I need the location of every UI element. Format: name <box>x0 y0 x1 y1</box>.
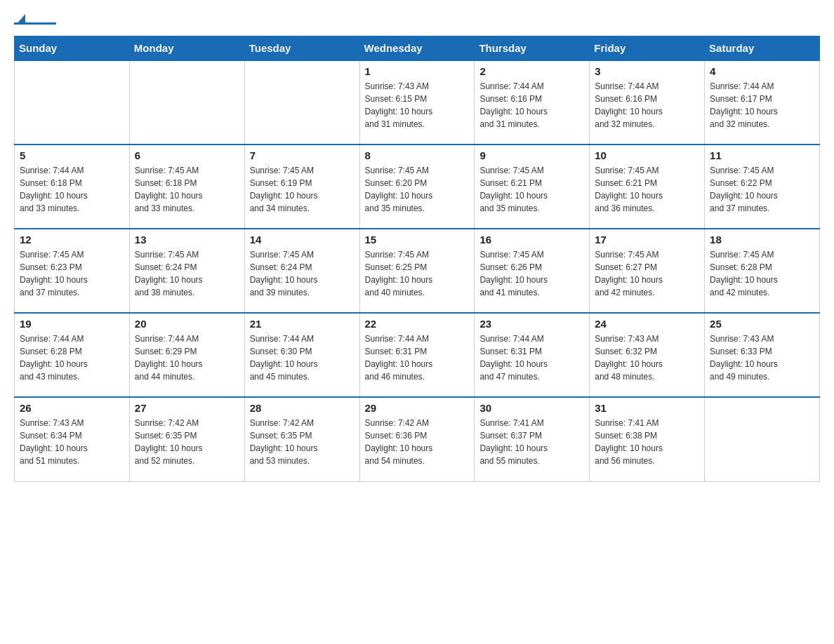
calendar-cell <box>15 60 130 145</box>
day-number: 11 <box>710 149 814 161</box>
day-of-week-header: Friday <box>590 36 705 61</box>
calendar-cell <box>244 60 359 145</box>
day-info: Sunrise: 7:44 AM Sunset: 6:17 PM Dayligh… <box>710 80 814 130</box>
days-of-week-row: SundayMondayTuesdayWednesdayThursdayFrid… <box>15 36 820 61</box>
calendar-cell: 2Sunrise: 7:44 AM Sunset: 6:16 PM Daylig… <box>475 60 590 145</box>
day-info: Sunrise: 7:44 AM Sunset: 6:31 PM Dayligh… <box>479 333 584 383</box>
calendar-cell: 6Sunrise: 7:45 AM Sunset: 6:18 PM Daylig… <box>129 145 244 229</box>
calendar-cell: 20Sunrise: 7:44 AM Sunset: 6:29 PM Dayli… <box>129 313 244 397</box>
calendar-cell: 9Sunrise: 7:45 AM Sunset: 6:21 PM Daylig… <box>475 145 590 229</box>
day-number: 23 <box>479 318 584 330</box>
day-info: Sunrise: 7:43 AM Sunset: 6:33 PM Dayligh… <box>710 333 814 383</box>
day-number: 8 <box>365 149 470 161</box>
calendar-cell: 15Sunrise: 7:45 AM Sunset: 6:25 PM Dayli… <box>359 229 475 313</box>
day-number: 16 <box>479 234 584 246</box>
day-number: 28 <box>250 402 355 414</box>
day-info: Sunrise: 7:43 AM Sunset: 6:34 PM Dayligh… <box>20 417 124 467</box>
calendar-cell: 4Sunrise: 7:44 AM Sunset: 6:17 PM Daylig… <box>705 60 820 145</box>
day-info: Sunrise: 7:44 AM Sunset: 6:31 PM Dayligh… <box>365 333 470 383</box>
day-number: 30 <box>479 402 584 414</box>
calendar-cell: 27Sunrise: 7:42 AM Sunset: 6:35 PM Dayli… <box>129 397 244 481</box>
calendar-cell: 31Sunrise: 7:41 AM Sunset: 6:38 PM Dayli… <box>590 397 705 481</box>
day-number: 15 <box>365 234 470 246</box>
calendar-cell: 5Sunrise: 7:44 AM Sunset: 6:18 PM Daylig… <box>15 145 130 229</box>
day-number: 18 <box>710 234 814 246</box>
day-info: Sunrise: 7:44 AM Sunset: 6:16 PM Dayligh… <box>479 80 584 130</box>
calendar-cell: 23Sunrise: 7:44 AM Sunset: 6:31 PM Dayli… <box>475 313 590 397</box>
day-of-week-header: Thursday <box>475 36 590 61</box>
day-number: 29 <box>365 402 470 414</box>
calendar-cell: 26Sunrise: 7:43 AM Sunset: 6:34 PM Dayli… <box>15 397 130 481</box>
calendar-cell: 30Sunrise: 7:41 AM Sunset: 6:37 PM Dayli… <box>475 397 590 481</box>
calendar-cell: 18Sunrise: 7:45 AM Sunset: 6:28 PM Dayli… <box>705 229 820 313</box>
day-number: 20 <box>135 318 239 330</box>
day-of-week-header: Wednesday <box>359 36 475 61</box>
calendar-cell: 1Sunrise: 7:43 AM Sunset: 6:15 PM Daylig… <box>359 60 475 145</box>
calendar-cell: 29Sunrise: 7:42 AM Sunset: 6:36 PM Dayli… <box>359 397 475 481</box>
calendar-week-row: 12Sunrise: 7:45 AM Sunset: 6:23 PM Dayli… <box>15 229 820 313</box>
day-info: Sunrise: 7:45 AM Sunset: 6:24 PM Dayligh… <box>250 248 355 299</box>
day-info: Sunrise: 7:45 AM Sunset: 6:24 PM Dayligh… <box>135 248 239 299</box>
day-info: Sunrise: 7:45 AM Sunset: 6:21 PM Dayligh… <box>479 164 584 215</box>
day-info: Sunrise: 7:42 AM Sunset: 6:36 PM Dayligh… <box>365 417 470 467</box>
day-number: 31 <box>595 402 699 414</box>
day-number: 17 <box>595 234 699 246</box>
calendar-cell: 21Sunrise: 7:44 AM Sunset: 6:30 PM Dayli… <box>244 313 359 397</box>
day-info: Sunrise: 7:41 AM Sunset: 6:38 PM Dayligh… <box>595 417 699 467</box>
day-number: 1 <box>365 65 470 77</box>
day-of-week-header: Tuesday <box>244 36 359 61</box>
calendar-week-row: 26Sunrise: 7:43 AM Sunset: 6:34 PM Dayli… <box>15 397 820 481</box>
day-info: Sunrise: 7:45 AM Sunset: 6:23 PM Dayligh… <box>20 248 124 299</box>
calendar-cell: 25Sunrise: 7:43 AM Sunset: 6:33 PM Dayli… <box>705 313 820 397</box>
calendar-cell: 11Sunrise: 7:45 AM Sunset: 6:22 PM Dayli… <box>705 145 820 229</box>
day-number: 2 <box>479 65 584 77</box>
logo <box>14 14 59 25</box>
calendar-cell: 28Sunrise: 7:42 AM Sunset: 6:35 PM Dayli… <box>244 397 359 481</box>
calendar-cell <box>129 60 244 145</box>
day-number: 12 <box>20 234 124 246</box>
day-info: Sunrise: 7:45 AM Sunset: 6:18 PM Dayligh… <box>135 164 239 215</box>
calendar-table: SundayMondayTuesdayWednesdayThursdayFrid… <box>14 36 820 482</box>
day-of-week-header: Sunday <box>15 36 130 61</box>
calendar-cell: 3Sunrise: 7:44 AM Sunset: 6:16 PM Daylig… <box>590 60 705 145</box>
page-header <box>14 14 820 25</box>
day-number: 3 <box>595 65 699 77</box>
calendar-cell: 10Sunrise: 7:45 AM Sunset: 6:21 PM Dayli… <box>590 145 705 229</box>
day-number: 9 <box>479 149 584 161</box>
calendar-cell: 16Sunrise: 7:45 AM Sunset: 6:26 PM Dayli… <box>475 229 590 313</box>
day-info: Sunrise: 7:43 AM Sunset: 6:15 PM Dayligh… <box>365 80 470 130</box>
day-info: Sunrise: 7:45 AM Sunset: 6:27 PM Dayligh… <box>595 248 699 299</box>
day-of-week-header: Saturday <box>705 36 820 61</box>
day-of-week-header: Monday <box>129 36 244 61</box>
day-info: Sunrise: 7:44 AM Sunset: 6:18 PM Dayligh… <box>20 164 124 215</box>
day-info: Sunrise: 7:41 AM Sunset: 6:37 PM Dayligh… <box>479 417 584 467</box>
calendar-cell: 24Sunrise: 7:43 AM Sunset: 6:32 PM Dayli… <box>590 313 705 397</box>
day-info: Sunrise: 7:45 AM Sunset: 6:28 PM Dayligh… <box>710 248 814 299</box>
day-number: 25 <box>710 318 814 330</box>
day-info: Sunrise: 7:42 AM Sunset: 6:35 PM Dayligh… <box>250 417 355 467</box>
day-number: 27 <box>135 402 239 414</box>
day-info: Sunrise: 7:45 AM Sunset: 6:19 PM Dayligh… <box>250 164 355 215</box>
day-info: Sunrise: 7:45 AM Sunset: 6:21 PM Dayligh… <box>595 164 699 215</box>
calendar-week-row: 5Sunrise: 7:44 AM Sunset: 6:18 PM Daylig… <box>15 145 820 229</box>
day-info: Sunrise: 7:44 AM Sunset: 6:29 PM Dayligh… <box>135 333 239 383</box>
calendar-cell: 13Sunrise: 7:45 AM Sunset: 6:24 PM Dayli… <box>129 229 244 313</box>
day-number: 24 <box>595 318 699 330</box>
calendar-cell: 19Sunrise: 7:44 AM Sunset: 6:28 PM Dayli… <box>15 313 130 397</box>
day-number: 13 <box>135 234 239 246</box>
day-number: 7 <box>250 149 355 161</box>
calendar-header: SundayMondayTuesdayWednesdayThursdayFrid… <box>15 36 820 61</box>
day-info: Sunrise: 7:43 AM Sunset: 6:32 PM Dayligh… <box>595 333 699 383</box>
day-info: Sunrise: 7:44 AM Sunset: 6:30 PM Dayligh… <box>250 333 355 383</box>
calendar-body: 1Sunrise: 7:43 AM Sunset: 6:15 PM Daylig… <box>15 60 820 481</box>
day-info: Sunrise: 7:45 AM Sunset: 6:20 PM Dayligh… <box>365 164 470 215</box>
day-info: Sunrise: 7:45 AM Sunset: 6:25 PM Dayligh… <box>365 248 470 299</box>
calendar-cell: 17Sunrise: 7:45 AM Sunset: 6:27 PM Dayli… <box>590 229 705 313</box>
day-number: 4 <box>710 65 814 77</box>
day-number: 5 <box>20 149 124 161</box>
calendar-cell: 22Sunrise: 7:44 AM Sunset: 6:31 PM Dayli… <box>359 313 475 397</box>
day-info: Sunrise: 7:44 AM Sunset: 6:28 PM Dayligh… <box>20 333 124 383</box>
day-number: 21 <box>250 318 355 330</box>
day-info: Sunrise: 7:42 AM Sunset: 6:35 PM Dayligh… <box>135 417 239 467</box>
day-info: Sunrise: 7:45 AM Sunset: 6:22 PM Dayligh… <box>710 164 814 215</box>
